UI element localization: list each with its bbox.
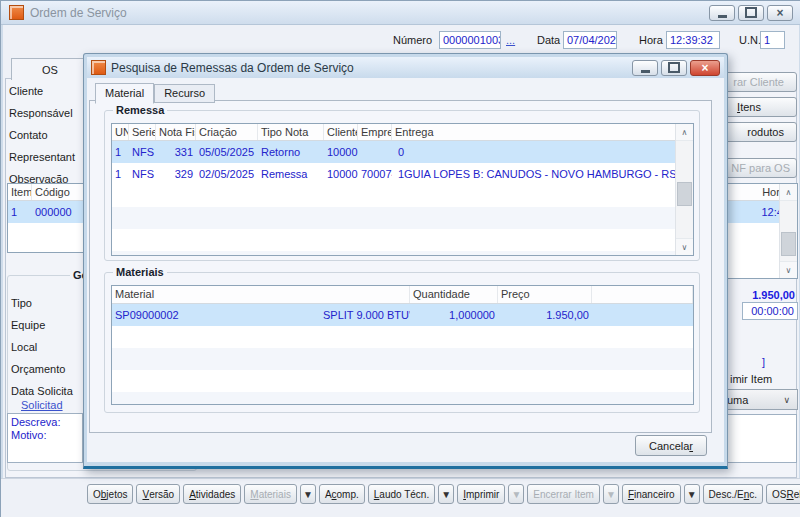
versao-button[interactable]: Versão — [136, 484, 180, 504]
maximize-button[interactable] — [738, 5, 764, 21]
dialog-app-icon — [91, 60, 106, 75]
observacao-box[interactable] — [723, 414, 797, 463]
scroll-down-icon[interactable]: ∨ — [676, 238, 693, 255]
pesquisa-remessas-dialog: Pesquisa de Remessas da Ordem de Serviço… — [83, 53, 728, 469]
un-column-header[interactable]: UN — [112, 124, 129, 140]
data-label: Data — [537, 34, 560, 46]
minimize-icon — [718, 15, 727, 18]
atividades-button[interactable]: Atividades — [183, 484, 241, 504]
main-titlebar: Ordem de Serviço × — [1, 1, 800, 25]
un-label: U.N. — [739, 34, 761, 46]
laudo-dropdown-arrow-icon[interactable]: ▼ — [438, 484, 454, 504]
representante-label: Representant — [9, 151, 75, 163]
close-icon: × — [776, 7, 783, 19]
bottom-bar: Objetos Versão Atividades Materiais ▼ Ac… — [1, 478, 800, 517]
cancelar-button[interactable]: Cancelar — [635, 435, 707, 456]
encerrar-dropdown-arrow-icon[interactable]: ▼ — [603, 484, 619, 504]
imprimir-item-dropdown[interactable]: uma ∨ — [719, 389, 798, 410]
dialog-maximize-button[interactable] — [661, 60, 687, 76]
remessa-groupbox: Remessa UN Serie Nota Fiscal Criação Tip… — [104, 110, 700, 261]
local-label: Local — [11, 341, 37, 353]
imprimir-dropdown-arrow-icon[interactable]: ▼ — [508, 484, 524, 504]
item-column-header[interactable]: Item — [8, 184, 32, 200]
imprimir-item-label: imir Item — [730, 373, 772, 385]
tab-recurso[interactable]: Recurso — [154, 84, 215, 103]
materiais-button[interactable]: Materiais — [244, 484, 297, 504]
dialog-minimize-button[interactable] — [632, 60, 658, 76]
app-icon — [9, 5, 24, 20]
dialog-content: Material Recurso Remessa UN Serie Nota F… — [87, 78, 724, 462]
remessa-scrollbar[interactable]: ∧ ∨ — [675, 124, 693, 255]
maximize-icon — [745, 7, 757, 18]
material-tabpage: Remessa UN Serie Nota Fiscal Criação Tip… — [89, 100, 712, 433]
contato-label: Contato — [9, 129, 48, 141]
data-solicitacao-label: Data Solicita — [11, 385, 73, 397]
close-button[interactable]: × — [767, 5, 793, 21]
financeiro-dropdown-arrow-icon[interactable]: ▼ — [684, 484, 700, 504]
hora-input[interactable]: 12:39:32 — [666, 31, 720, 49]
minimize-icon — [641, 70, 650, 73]
scrollbar-thumb[interactable] — [781, 232, 796, 256]
remessa-row[interactable]: 1 NFS 331 05/05/2025 Retorno 100001 0 — [112, 141, 676, 163]
chevron-down-icon: ∨ — [783, 395, 790, 405]
empresa-column-header[interactable]: Empresa — [358, 124, 392, 140]
bracket-text: ] — [762, 356, 765, 368]
tab-material[interactable]: Material — [95, 83, 154, 104]
tempo-input[interactable]: 00:00:00 — [742, 302, 798, 320]
hora-label: Hora — [639, 34, 663, 46]
numero-label: Número — [393, 34, 432, 46]
equipe-label: Equipe — [11, 319, 45, 331]
minimize-button[interactable] — [709, 5, 735, 21]
dialog-close-button[interactable]: × — [690, 60, 720, 76]
dialog-titlebar: Pesquisa de Remessas da Ordem de Serviço… — [87, 57, 724, 78]
financeiro-button[interactable]: Financeiro — [622, 484, 681, 504]
materiais-groupbox: Materiais Material Quantidade Preço SP09… — [104, 272, 700, 413]
objetos-button[interactable]: Objetos — [87, 484, 133, 504]
cliente-label: Cliente — [9, 85, 43, 97]
data-input[interactable]: 07/04/2025 — [563, 31, 617, 49]
nota-fiscal-column-header[interactable]: Nota Fiscal — [156, 124, 196, 140]
tab-os[interactable]: OS — [11, 58, 89, 80]
responsavel-label: Responsável — [9, 107, 73, 119]
scroll-up-icon[interactable]: ∧ — [780, 184, 797, 201]
acomp-button[interactable]: Acomp. — [319, 484, 365, 504]
ordem-de-servico-window: Ordem de Serviço × Número 000000100396 .… — [0, 0, 800, 517]
entrega-column-header[interactable]: Entrega — [392, 124, 676, 140]
scrollbar-thumb[interactable] — [677, 182, 692, 206]
materiais-legend: Materiais — [113, 265, 167, 279]
vertical-scrollbar[interactable]: ∧ ∨ — [779, 184, 797, 278]
dialog-title: Pesquisa de Remessas da Ordem de Serviço — [111, 61, 354, 75]
remessa-row[interactable]: 1 NFS 329 02/05/2025 Remessa 100001 7000… — [112, 163, 676, 185]
cliente-column-header[interactable]: Cliente — [324, 124, 358, 140]
materiais-grid: Material Quantidade Preço SP09000002SPLI… — [111, 285, 694, 405]
scroll-down-icon[interactable]: ∨ — [780, 261, 797, 278]
orcamento-label: Orçamento — [11, 363, 65, 375]
remessa-grid: UN Serie Nota Fiscal Criação Tipo Nota C… — [111, 123, 694, 256]
serie-column-header[interactable]: Serie — [129, 124, 156, 140]
criacao-column-header[interactable]: Criação — [196, 124, 258, 140]
remessa-legend: Remessa — [113, 103, 167, 117]
numero-lookup-button[interactable]: ... — [506, 34, 515, 46]
quantidade-column-header[interactable]: Quantidade — [410, 286, 498, 303]
preco-column-header[interactable]: Preço — [498, 286, 592, 303]
numero-input[interactable]: 000000100396 — [439, 31, 501, 49]
os-relac-button[interactable]: OS Relac. — [766, 484, 800, 504]
motivo-textarea[interactable]: Descreva: Motivo: — [7, 413, 83, 463]
solicitado-link[interactable]: Solicitad — [21, 399, 63, 411]
materiais-dropdown-arrow-icon[interactable]: ▼ — [300, 484, 316, 504]
close-icon: × — [701, 62, 708, 74]
un-input[interactable]: 1 — [760, 31, 785, 49]
scroll-up-icon[interactable]: ∧ — [676, 124, 693, 141]
tipo-label: Tipo — [11, 297, 32, 309]
laudo-tecn-button[interactable]: Laudo Técn. — [368, 484, 435, 504]
imprimir-button[interactable]: Imprimir — [457, 484, 505, 504]
desc-enc-button[interactable]: Desc./Enc. — [703, 484, 763, 504]
window-title: Ordem de Serviço — [30, 6, 127, 20]
maximize-icon — [668, 62, 680, 73]
dialog-tabs: Material Recurso — [95, 82, 215, 103]
encerrar-item-button[interactable]: Encerrar Item — [527, 484, 600, 504]
tipo-nota-column-header[interactable]: Tipo Nota — [258, 124, 324, 140]
material-row[interactable]: SP09000002SPLIT 9.000 BTU'S 1,000000 1.9… — [112, 304, 693, 326]
material-column-header[interactable]: Material — [112, 286, 410, 303]
